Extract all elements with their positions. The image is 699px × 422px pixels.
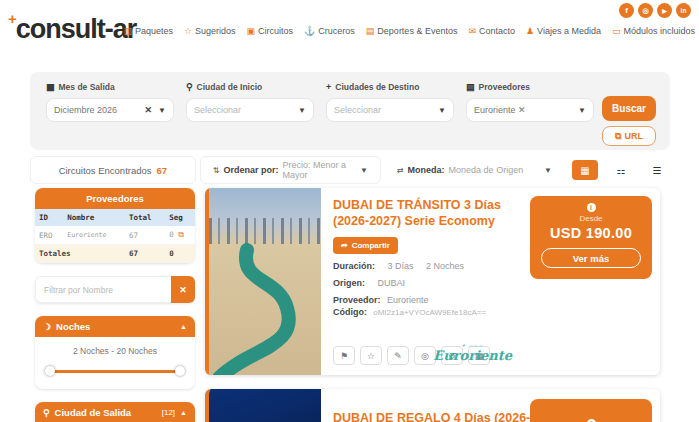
col-seg: Seg	[165, 209, 195, 226]
logo-plus-icon: +	[8, 10, 16, 27]
clear-filter-button[interactable]: ✕	[171, 276, 195, 303]
pencil-icon: ✎	[394, 351, 402, 361]
ciudad-salida-panel-header[interactable]: ⚲ Ciudad de Salida [12] ▲	[35, 402, 195, 422]
favorite-button[interactable]: ☆	[360, 346, 382, 365]
nav-viajes-a-medida[interactable]: ♟Viajes a Medida	[526, 26, 601, 36]
bookmark-icon: ⚑	[340, 351, 348, 361]
proveedores-value: Euroriente ✕	[474, 105, 578, 115]
chevron-down-icon: ▼	[578, 106, 586, 115]
brand-logo[interactable]: +consult-ar	[8, 14, 136, 45]
instagram-icon[interactable]: ◎	[638, 3, 653, 18]
facebook-icon[interactable]: f	[619, 3, 634, 18]
currency-select[interactable]: ⇄ Moneda: Moneda de Origen ▼	[385, 156, 564, 184]
social-links: f ◎ ▶ in	[619, 3, 691, 18]
ciudad-salida-count-badge: [12]	[162, 408, 175, 417]
table-row: ERO Euroriente 67 0 ⧉	[35, 226, 195, 245]
sort-select[interactable]: ⇅ Ordenar por: Precio: Menor a Mayor ▼	[200, 156, 381, 184]
nav-sugeridos[interactable]: ☆Sugeridos	[184, 26, 236, 36]
totales-total: 67	[125, 245, 165, 263]
ciudades-destino-label: +Ciudades de Destino	[326, 82, 454, 92]
location-pin-icon: ⚲	[43, 408, 50, 418]
cell-seg: 0 ⧉	[165, 226, 195, 245]
view-toggles: ▦ ⚏ ☰	[572, 160, 670, 180]
provider-row: Proveedor: Euroriente	[333, 295, 648, 305]
ver-mas-button[interactable]: Ver más	[541, 248, 641, 268]
share-button[interactable]: ➦ Compartir	[333, 237, 398, 254]
view-grid-toggle[interactable]: ⚏	[608, 160, 634, 180]
totales-row: Totales 67 0	[35, 245, 195, 263]
card-view-icon: ▦	[580, 165, 589, 176]
list-view-icon: ☰	[653, 165, 662, 176]
ciudad-inicio-select[interactable]: Seleccionar ▼	[186, 98, 314, 122]
external-link-icon[interactable]: ⧉	[178, 230, 184, 239]
noches-panel-header[interactable]: ☽ Noches ▲	[35, 316, 195, 337]
sort-value: Precio: Menor a Mayor	[283, 160, 356, 180]
price-panel: i Desde	[530, 399, 652, 422]
mes-salida-label: ▦Mes de Salida	[46, 82, 174, 92]
chevron-down-icon: ▼	[438, 106, 446, 115]
ciudad-salida-title: Ciudad de Salida	[55, 407, 157, 418]
nav-cruceros[interactable]: ⚓Cruceros	[304, 26, 355, 36]
results-count-value: 67	[157, 165, 168, 176]
view-list-toggle[interactable]: ☰	[644, 160, 670, 180]
noches-panel: ☽ Noches ▲ 2 Noches - 20 Noches	[35, 316, 195, 389]
col-nombre: Nombre	[63, 209, 125, 226]
name-filter: ✕	[35, 276, 195, 303]
sort-label: Ordenar por:	[223, 165, 278, 175]
nav-paquetes[interactable]: ▥Paquetes	[123, 26, 173, 36]
proveedores-select[interactable]: Euroriente ✕ ▼	[466, 98, 594, 122]
chevron-up-icon[interactable]: ▲	[180, 323, 187, 330]
eye-icon: ◎	[421, 351, 429, 361]
noches-title: Noches	[56, 321, 175, 332]
origin-row: Origen: DUBAI	[333, 278, 648, 288]
ciudades-destino-select[interactable]: Seleccionar ▼	[326, 98, 454, 122]
info-icon[interactable]: i	[587, 203, 596, 212]
clear-icon[interactable]: ✕	[145, 105, 153, 115]
circuit-title[interactable]: DUBAI DE TRÁNSITO 3 Días (2026-2027) Ser…	[333, 198, 538, 229]
desde-label: Desde	[579, 214, 602, 223]
river-shape	[209, 188, 321, 375]
envelope-icon: ✉	[468, 26, 476, 36]
cell-nombre: Euroriente	[63, 226, 125, 245]
proveedores-table: ID Nombre Total Seg ERO Euroriente 67 0 …	[35, 209, 195, 263]
linkedin-icon[interactable]: in	[676, 3, 691, 18]
person-icon: ♟	[526, 26, 534, 36]
bookmark-button[interactable]: ⚑	[333, 346, 355, 365]
window-icon: ▭	[612, 26, 621, 36]
chevron-down-icon: ▼	[544, 166, 552, 175]
noches-range-slider[interactable]	[45, 366, 185, 376]
youtube-icon[interactable]: ▶	[657, 3, 672, 18]
results-count-label: Circuitos Encontrados	[59, 165, 152, 176]
slider-handle-max[interactable]	[175, 366, 185, 376]
nav-contacto[interactable]: ✉Contacto	[468, 26, 515, 36]
chevron-down-icon: ▼	[360, 166, 368, 175]
filter-proveedores: ▤Proveedores Euroriente ✕ ▼	[466, 82, 594, 122]
chevron-up-icon[interactable]: ▲	[180, 409, 187, 416]
edit-button[interactable]: ✎	[387, 346, 409, 365]
circuit-title[interactable]: DUBAI DE REGALO 4 Días (2026-2027) Serie…	[333, 411, 538, 422]
slider-handle-min[interactable]	[45, 366, 55, 376]
noches-range-text: 2 Noches - 20 Noches	[45, 346, 185, 356]
url-button[interactable]: ⧉URL	[602, 126, 656, 146]
nav-modulos-incluidos[interactable]: ▭Módulos incluidos	[612, 26, 695, 36]
circuit-card-dubai-transito: DUBAI DE TRÁNSITO 3 Días (2026-2027) Ser…	[205, 188, 660, 375]
ciudades-destino-placeholder: Seleccionar	[334, 105, 438, 115]
currency-label: Moneda:	[408, 165, 445, 175]
buscar-button[interactable]: Buscar	[602, 96, 656, 121]
proveedores-panel: Proveedores ID Nombre Total Seg ERO Euro…	[35, 188, 195, 263]
filter-name-input[interactable]	[35, 276, 171, 303]
mes-salida-select[interactable]: Diciembre 2026 ✕ ▼	[46, 98, 174, 122]
view-card-toggle[interactable]: ▦	[572, 160, 598, 180]
briefcase-icon: ▤	[466, 82, 475, 92]
route-icon: ▣	[247, 26, 256, 36]
chevron-down-icon: ▼	[298, 106, 306, 115]
results-list: DUBAI DE TRÁNSITO 3 Días (2026-2027) Ser…	[205, 188, 660, 422]
search-filters: ▦Mes de Salida Diciembre 2026 ✕ ▼ ⚲Ciuda…	[30, 72, 670, 150]
main-nav: ▥Paquetes ☆Sugeridos ▣Circuitos ⚓Crucero…	[175, 26, 695, 36]
dubai-night-image	[209, 389, 321, 422]
page: +consult-ar f ◎ ▶ in ▥Paquetes ☆Sugerido…	[0, 0, 699, 422]
nav-circuitos[interactable]: ▣Circuitos	[247, 26, 294, 36]
totales-label: Totales	[35, 245, 125, 263]
ticket-icon: ▤	[366, 26, 375, 36]
nav-deportes-eventos[interactable]: ▤Deportes & Eventos	[366, 26, 458, 36]
